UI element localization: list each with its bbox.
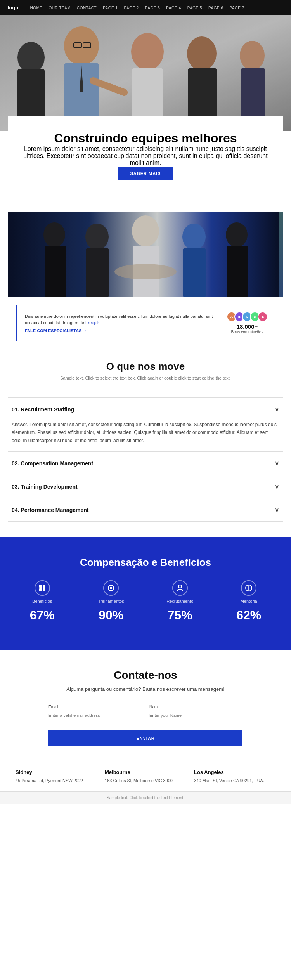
section-what-subtitle: Sample text. Click to select the text bo… (12, 376, 279, 380)
benefit-percent-3: 75% (168, 608, 192, 623)
benefit-icon-2 (103, 580, 119, 596)
offices: Sidney 45 Pirrama Rd, Pyrmont NSW 2022 M… (0, 758, 291, 792)
benefit-item-1: Benefícios 67% (12, 580, 73, 623)
nav-contact[interactable]: CONTACT (77, 6, 97, 10)
benefit-item-2: Treinamentos 90% (81, 580, 142, 623)
benefit-percent-1: 67% (30, 608, 55, 623)
intro-description: Lorem ipsum dolor sit amet, consectetur … (19, 146, 272, 167)
handshake-svg (8, 212, 279, 297)
office-address-2: 163 Collins St, Melbourne VIC 3000 (105, 777, 186, 784)
hero-image (0, 15, 291, 131)
email-label: Email (48, 705, 142, 709)
section-what-title: O que nos move (12, 361, 279, 373)
accordion-title-4: 04. Performance Management (12, 507, 88, 513)
footer-note: Sample text. Click to select the Text El… (0, 791, 291, 804)
avatar-group: A B C D E (227, 312, 268, 322)
name-label: Name (149, 705, 242, 709)
nav-page3[interactable]: PAGE 3 (145, 6, 160, 10)
contact-subtitle: Alguma pergunta ou comentário? Basta nos… (16, 685, 275, 693)
accordion-header-1[interactable]: 01. Recruitment Staffing ∨ (8, 398, 283, 421)
beneficios-icon (38, 584, 47, 592)
hero-svg (0, 15, 291, 131)
intro-card: Construindo equipes melhores Lorem ipsum… (8, 116, 283, 192)
benefit-icon-4 (241, 580, 256, 596)
logo[interactable]: logo (8, 5, 18, 10)
office-address-1: 45 Pirrama Rd, Pyrmont NSW 2022 (16, 777, 97, 784)
benefit-percent-4: 62% (236, 608, 261, 623)
benefit-item-4: Mentoria 62% (218, 580, 280, 623)
accordion-title-1: 01. Recruitment Staffing (12, 406, 74, 413)
accordion-title-3: 03. Training Development (12, 484, 78, 490)
accordion-item-3: 03. Training Development ∨ (8, 475, 283, 498)
nav-page7[interactable]: PAGE 7 (229, 6, 244, 10)
benefit-icon-1 (35, 580, 50, 596)
chevron-icon-4: ∨ (275, 506, 279, 513)
send-button[interactable]: ENVIAR (48, 730, 242, 746)
nav-page6[interactable]: PAGE 6 (208, 6, 223, 10)
treinamentos-icon (107, 584, 115, 592)
email-group: Email (48, 705, 142, 720)
office-city-1: Sidney (16, 769, 97, 775)
name-input[interactable] (149, 711, 242, 720)
form-row: Email Name (48, 705, 242, 720)
office-sidney: Sidney 45 Pirrama Rd, Pyrmont NSW 2022 (16, 769, 97, 784)
chevron-icon-1: ∨ (275, 406, 279, 413)
freepik-link[interactable]: Freepik (85, 320, 100, 325)
stats-label: Boas contratações (231, 330, 263, 334)
nav-home[interactable]: HOME (30, 6, 42, 10)
accordion-item-2: 02. Compensation Management ∨ (8, 452, 283, 475)
benefit-item-3: Recrutamento 75% (149, 580, 211, 623)
fale-especialistas-link[interactable]: FALE COM ESPECIALISTAS → (25, 328, 219, 333)
accordion: 01. Recruitment Staffing ∨ Answer. Lorem… (8, 397, 283, 522)
svg-rect-30 (39, 585, 42, 588)
svg-point-40 (178, 585, 182, 588)
blue-section-title: Compensação e Benefícios (12, 557, 279, 569)
nav-page4[interactable]: PAGE 4 (166, 6, 181, 10)
mentoria-icon (244, 584, 253, 592)
saber-mais-button[interactable]: SABER MAIS (118, 167, 172, 180)
name-group: Name (149, 705, 242, 720)
recrutamento-icon (176, 584, 184, 592)
benefit-icon-3 (172, 580, 188, 596)
svg-rect-29 (8, 212, 279, 297)
contact-title: Contate-nos (16, 669, 275, 682)
stats-count: 18.000+ (237, 323, 258, 330)
benefit-percent-2: 90% (99, 608, 123, 623)
team-photo (8, 212, 283, 297)
hero-section (0, 15, 291, 131)
accordion-header-2[interactable]: 02. Compensation Management ∨ (8, 452, 283, 475)
accordion-item-1: 01. Recruitment Staffing ∨ Answer. Lorem… (8, 398, 283, 452)
accordion-answer-1: Answer. Lorem ipsum dolor sit amet, cons… (12, 421, 279, 444)
benefits-grid: Benefícios 67% Treinamentos 90% (12, 580, 279, 623)
accordion-header-4[interactable]: 04. Performance Management ∨ (8, 498, 283, 521)
avatar: E (258, 312, 268, 322)
accordion-item-4: 04. Performance Management ∨ (8, 498, 283, 522)
contact-form: Email Name ENVIAR (48, 705, 242, 746)
nav-page5[interactable]: PAGE 5 (187, 6, 202, 10)
nav-page2[interactable]: PAGE 2 (124, 6, 139, 10)
contact-section: Contate-nos Alguma pergunta ou comentári… (0, 650, 291, 758)
svg-rect-16 (0, 15, 291, 131)
accordion-body-1: Answer. Lorem ipsum dolor sit amet, cons… (8, 421, 283, 451)
footer-text: Sample text. Click to select the Text El… (107, 796, 184, 800)
office-address-3: 340 Main St, Venice CA 90291, EUA. (194, 777, 275, 784)
nav-page1[interactable]: PAGE 1 (103, 6, 118, 10)
office-city-2: Melbourne (105, 769, 186, 775)
accordion-title-2: 02. Compensation Management (12, 460, 93, 467)
accordion-header-3[interactable]: 03. Training Development ∨ (8, 475, 283, 498)
benefit-label-2: Treinamentos (98, 599, 124, 604)
stats-description: Duis aute irure dolor in reprehenderit i… (25, 313, 219, 326)
team-photo-section (0, 204, 291, 305)
office-la: Los Angeles 340 Main St, Venice CA 90291… (194, 769, 275, 784)
email-input[interactable] (48, 711, 142, 720)
section-what: O que nos move Sample text. Click to sel… (0, 341, 291, 397)
office-city-3: Los Angeles (194, 769, 275, 775)
svg-point-35 (110, 587, 112, 589)
stats-text-block: Duis aute irure dolor in reprehenderit i… (25, 313, 219, 333)
benefit-label-1: Benefícios (32, 599, 52, 604)
stats-container: Duis aute irure dolor in reprehenderit i… (0, 305, 291, 341)
svg-rect-32 (39, 588, 42, 591)
svg-rect-33 (43, 588, 45, 591)
nav-our-team[interactable]: OUR TEAM (48, 6, 71, 10)
chevron-icon-3: ∨ (275, 483, 279, 490)
